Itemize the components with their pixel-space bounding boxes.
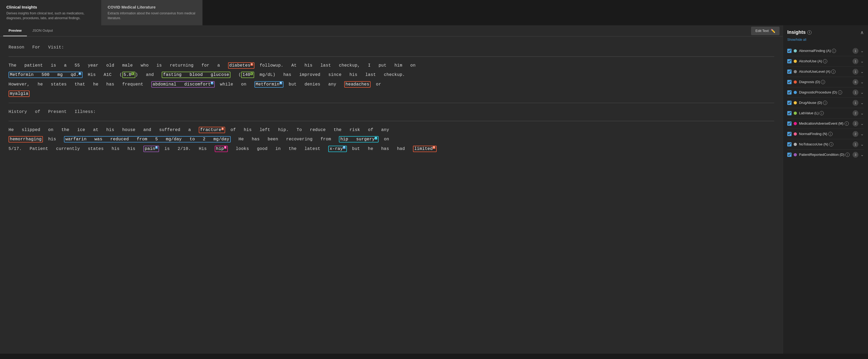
history-title: History of Present Illness:: [8, 107, 774, 117]
paragraph-5: He slipped on the ice at his house and s…: [8, 125, 774, 135]
normal-finding-count: 2: [852, 131, 859, 137]
normal-finding-checkbox[interactable]: [787, 132, 792, 136]
edit-text-label: Edit Text: [755, 29, 769, 33]
labvalue-info-icon[interactable]: i: [819, 111, 824, 115]
insights-title: Insights i: [787, 30, 811, 35]
alcohol-use-expand[interactable]: ⌄: [861, 59, 864, 63]
diagnosis-info-icon[interactable]: i: [821, 80, 825, 84]
highlight-abdominal-discomfort: abdominal discomfortP: [151, 81, 215, 88]
drug-abuse-info-icon[interactable]: i: [823, 101, 827, 105]
highlight-fracture: fractureD: [199, 127, 225, 133]
paragraph-4: myalgia: [8, 89, 774, 99]
med-adverse-checkbox[interactable]: [787, 122, 792, 126]
patientreported-info-icon[interactable]: i: [845, 153, 849, 157]
normal-finding-dot: [794, 132, 797, 136]
lab-value-count: 2: [852, 110, 859, 116]
highlight-hemorrhaging: hemorrhaging: [8, 136, 43, 142]
alcohol-level-expand[interactable]: ⌄: [861, 69, 864, 74]
alcohol-level-count: 1: [852, 69, 859, 74]
paragraph-2: Metformin 500 mg qd.P His A1C (5.8L) and…: [8, 70, 774, 79]
drug-abuse-label: DrugAbuse (D) i: [799, 101, 850, 105]
patient-reported-label: PatientReportedCondition (D) i: [799, 153, 850, 157]
clinical-insights-desc: Derives insights from clinical text, suc…: [6, 11, 95, 21]
edit-icon: ✏️: [771, 29, 775, 33]
normal-finding-label: NormalFinding (N) i: [799, 132, 850, 136]
reason-for-visit-title: Reason For Visit:: [8, 43, 774, 52]
abnormal-finding-label: AbnormalFinding (A) i: [799, 49, 850, 53]
show-hide-all-link[interactable]: Show/hide all: [787, 38, 806, 41]
abnormal-info-icon[interactable]: i: [832, 49, 836, 53]
med-adverse-count: 2: [852, 121, 859, 127]
highlight-hip-surgery: hip surgeryT: [339, 136, 379, 142]
highlight-pain: painP: [143, 146, 159, 152]
text-area: Reason For Visit: The patient is a 55 ye…: [0, 36, 783, 354]
insights-header: Insights i ∧: [787, 30, 864, 35]
alcohol-level-checkbox[interactable]: [787, 69, 792, 74]
drug-abuse-expand[interactable]: ⌄: [861, 101, 864, 105]
no-tobacco-label: NoTobaccoUse (N) i: [799, 142, 850, 147]
covid-title: COVID Medical Literature: [107, 5, 196, 9]
list-item: AlcoholUseLevel (A) i 1 ⌄: [787, 67, 864, 77]
list-item: NoTobaccoUse (N) i 1 ⌄: [787, 139, 864, 150]
insights-collapse-button[interactable]: ∧: [860, 30, 864, 35]
no-tobacco-expand[interactable]: ⌄: [861, 142, 864, 146]
lab-value-dot: [794, 111, 797, 115]
diagnosis-checkbox[interactable]: [787, 80, 792, 84]
diagnostic-info-icon[interactable]: i: [838, 90, 842, 95]
insights-label: Insights: [787, 30, 806, 35]
covid-literature-card[interactable]: COVID Medical Literature Extracts inform…: [101, 0, 203, 25]
drug-abuse-checkbox[interactable]: [787, 101, 792, 105]
alcohol-use-checkbox[interactable]: [787, 59, 792, 63]
patient-reported-expand[interactable]: ⌄: [861, 153, 864, 157]
tab-json-output[interactable]: JSON Output: [27, 25, 58, 36]
notobacco-info-icon[interactable]: i: [829, 142, 833, 146]
right-panel: Insights i ∧ Show/hide all AbnormalFindi…: [783, 25, 868, 354]
no-tobacco-checkbox[interactable]: [787, 142, 792, 146]
lab-value-checkbox[interactable]: [787, 111, 792, 115]
med-adverse-dot: [794, 122, 797, 125]
diagnostic-procedure-count: 1: [852, 90, 859, 95]
list-item: NormalFinding (N) i 2 ⌄: [787, 129, 864, 139]
left-panel: Preview JSON Output Edit Text ✏️ Reason …: [0, 25, 783, 354]
no-tobacco-count: 1: [852, 141, 859, 147]
tab-preview[interactable]: Preview: [3, 25, 27, 36]
paragraph-6: hemorrhaging his warfarin was reduced fr…: [8, 135, 774, 144]
highlight-hip: hipN: [215, 146, 228, 152]
list-item: AlcoholUse (A) i 1 ⌄: [787, 56, 864, 67]
patient-reported-checkbox[interactable]: [787, 153, 792, 157]
med-adverse-expand[interactable]: ⌄: [861, 122, 864, 126]
highlight-warfarin: warfarin was reduced from 5 mg/day to 2 …: [64, 136, 230, 142]
lab-value-label: LabValue (L) i: [799, 111, 850, 116]
alcohol-level-dot: [794, 70, 797, 73]
no-tobacco-dot: [794, 143, 797, 146]
patient-reported-dot: [794, 153, 797, 156]
alcohol-info-icon[interactable]: i: [823, 59, 827, 63]
drug-abuse-count: 1: [852, 100, 859, 106]
alcohol-level-info-icon[interactable]: i: [831, 69, 836, 74]
tabs-left: Preview JSON Output: [3, 25, 58, 36]
abnormal-finding-expand[interactable]: ⌄: [861, 49, 864, 53]
clinical-insights-card[interactable]: Clinical Insights Derives insights from …: [0, 0, 101, 25]
abnormal-finding-checkbox[interactable]: [787, 49, 792, 53]
insights-list: AbnormalFinding (A) i 1 ⌄ AlcoholUse (A)…: [787, 46, 864, 160]
medadverse-info-icon[interactable]: i: [844, 122, 849, 126]
diagnostic-procedure-checkbox[interactable]: [787, 90, 792, 95]
highlight-xray: x-rayP: [328, 146, 347, 152]
normal-finding-expand[interactable]: ⌄: [861, 132, 864, 136]
alcohol-use-label: AlcoholUse (A) i: [799, 59, 850, 64]
tabs-bar: Preview JSON Output Edit Text ✏️: [0, 25, 783, 36]
insights-info-icon[interactable]: i: [807, 30, 811, 35]
med-adverse-label: MedicationAdverseEvent (M) i: [799, 122, 850, 126]
edit-text-button[interactable]: Edit Text ✏️: [751, 27, 779, 35]
diagnosis-count: 6: [852, 79, 859, 85]
list-item: Diagnosis (D) i 6 ⌄: [787, 77, 864, 87]
paragraph-7: 5/17. Patient currently states his his p…: [8, 144, 774, 154]
lab-value-expand[interactable]: ⌄: [861, 111, 864, 115]
list-item: AbnormalFinding (A) i 1 ⌄: [787, 46, 864, 56]
normalfinding-info-icon[interactable]: i: [828, 132, 833, 136]
divider-3: [8, 121, 774, 121]
diagnostic-procedure-expand[interactable]: ⌄: [861, 90, 864, 95]
clinical-insights-title: Clinical Insights: [6, 5, 95, 9]
diagnosis-expand[interactable]: ⌄: [861, 80, 864, 84]
highlight-metformin-1: Metformin 500 mg qd.P: [8, 72, 83, 78]
